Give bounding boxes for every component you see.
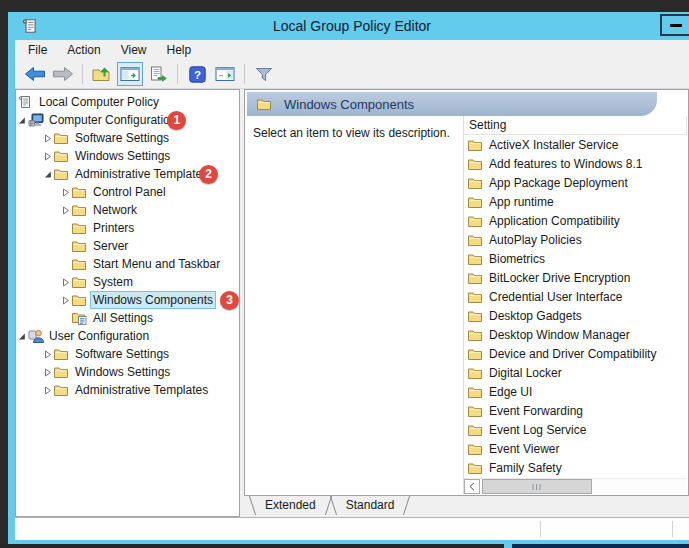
expander-collapsed-icon[interactable] [60,296,72,305]
tree-item-label[interactable]: Software Settings [72,345,172,363]
menu-item-help[interactable]: Help [157,41,202,59]
scrollbar-thumb[interactable] [482,479,592,494]
tree-item-user-configuration[interactable]: User Configuration [16,327,239,345]
tab-standard[interactable]: Standard [331,496,410,515]
expander-expanded-icon[interactable] [16,116,28,125]
expander-collapsed-icon[interactable] [42,350,54,359]
up-one-level-button[interactable] [89,62,115,86]
setting-item-activex-installer-service[interactable]: ActiveX Installer Service [464,135,687,154]
setting-item-event-log-service[interactable]: Event Log Service [464,420,687,439]
tree-item-label[interactable]: Server [90,237,131,255]
show-action-pane-button[interactable] [212,62,238,86]
tree-item-administrative-templates[interactable]: Administrative Templates [16,381,239,399]
setting-item-label: AutoPlay Policies [489,233,582,247]
show-console-tree-button[interactable] [117,62,143,86]
setting-item-biometrics[interactable]: Biometrics [464,249,687,268]
details-pane: Windows Components Select an item to vie… [244,89,689,496]
setting-item-desktop-gadgets[interactable]: Desktop Gadgets [464,306,687,325]
menu-item-action[interactable]: Action [57,41,110,59]
tree-item-windows-components[interactable]: Windows Components3 [16,291,239,309]
folder-icon [54,384,72,396]
expander-collapsed-icon[interactable] [60,188,72,197]
setting-item-device-and-driver-compatibility[interactable]: Device and Driver Compatibility [464,344,687,363]
tree-item-label[interactable]: Network [90,201,140,219]
tree-item-label[interactable]: User Configuration [46,327,152,345]
scroll-left-button[interactable] [464,479,480,494]
tree-item-server[interactable]: Server [16,237,239,255]
expander-collapsed-icon[interactable] [42,134,54,143]
tree-item-local-computer-policy[interactable]: Local Computer Policy [16,93,239,111]
folder-icon [72,204,90,216]
filter-button[interactable] [251,62,277,86]
tree-item-all-settings[interactable]: All Settings [16,309,239,327]
setting-item-label: App Package Deployment [489,176,628,190]
setting-item-bitlocker-drive-encryption[interactable]: BitLocker Drive Encryption [464,268,687,287]
expander-collapsed-icon[interactable] [42,386,54,395]
help-button[interactable]: ? [184,62,210,86]
horizontal-scrollbar[interactable] [464,478,687,494]
tree-item-label[interactable]: Windows Settings [72,147,173,165]
setting-item-event-forwarding[interactable]: Event Forwarding [464,401,687,420]
tree-item-label[interactable]: Administrative Templates [72,381,211,399]
folder-icon [468,158,483,170]
setting-item-application-compatibility[interactable]: Application Compatibility [464,211,687,230]
tree-item-label[interactable]: Control Panel [90,183,169,201]
settings-column-header[interactable]: Setting [464,116,687,135]
tree-item-network[interactable]: Network [16,201,239,219]
export-list-button[interactable] [145,62,171,86]
setting-item-digital-locker[interactable]: Digital Locker [464,363,687,382]
setting-item-app-runtime[interactable]: App runtime [464,192,687,211]
setting-item-add-features-to-windows-8-1[interactable]: Add features to Windows 8.1 [464,154,687,173]
tree-item-windows-settings[interactable]: Windows Settings [16,363,239,381]
menu-item-file[interactable]: File [18,41,57,59]
tree-item-label[interactable]: Administrative Templates [72,165,211,183]
folder-icon [468,196,483,208]
minimize-button[interactable] [660,14,689,36]
tree-item-label[interactable]: Start Menu and Taskbar [90,255,223,273]
tree-item-label[interactable]: Local Computer Policy [36,93,162,111]
forward-button[interactable] [50,62,76,86]
setting-item-family-safety[interactable]: Family Safety [464,458,687,477]
tree-item-windows-settings[interactable]: Windows Settings [16,147,239,165]
folder-icon [257,98,271,110]
tree-item-label[interactable]: Computer Configuration [46,111,179,129]
menu-item-view[interactable]: View [111,41,157,59]
tree-item-label[interactable]: Windows Settings [72,363,173,381]
tree-item-label[interactable]: System [90,273,136,291]
setting-item-credential-user-interface[interactable]: Credential User Interface [464,287,687,306]
expander-expanded-icon[interactable] [16,332,28,341]
setting-item-label: Desktop Window Manager [489,328,630,342]
tree-item-label[interactable]: Software Settings [72,129,172,147]
expander-expanded-icon[interactable] [42,170,54,179]
tree-item-software-settings[interactable]: Software Settings [16,345,239,363]
setting-item-app-package-deployment[interactable]: App Package Deployment [464,173,687,192]
all-settings-icon [72,312,90,325]
expander-collapsed-icon[interactable] [60,206,72,215]
tab-extended[interactable]: Extended [250,496,331,515]
tree-item-control-panel[interactable]: Control Panel [16,183,239,201]
back-button[interactable] [22,62,48,86]
folder-icon [468,348,483,360]
expander-collapsed-icon[interactable] [42,368,54,377]
setting-item-event-viewer[interactable]: Event Viewer [464,439,687,458]
folder-icon [468,462,483,474]
setting-item-label: Event Viewer [489,442,559,456]
tree-item-label[interactable]: All Settings [90,309,156,327]
folder-icon [468,310,483,322]
tree-item-software-settings[interactable]: Software Settings [16,129,239,147]
annotation-badge-2: 2 [199,165,218,184]
setting-item-desktop-window-manager[interactable]: Desktop Window Manager [464,325,687,344]
policy-icon [18,95,36,109]
expander-collapsed-icon[interactable] [60,278,72,287]
tree-item-administrative-templates[interactable]: Administrative Templates2 [16,165,239,183]
setting-item-autoplay-policies[interactable]: AutoPlay Policies [464,230,687,249]
folder-icon [54,168,72,180]
tree-item-label[interactable]: Windows Components [90,291,216,309]
tree-item-system[interactable]: System [16,273,239,291]
setting-item-edge-ui[interactable]: Edge UI [464,382,687,401]
tree-item-printers[interactable]: Printers [16,219,239,237]
expander-collapsed-icon[interactable] [42,152,54,161]
tree-item-label[interactable]: Printers [90,219,137,237]
tree-item-start-menu-and-taskbar[interactable]: Start Menu and Taskbar [16,255,239,273]
tree-item-computer-configuration[interactable]: Computer Configuration1 [16,111,239,129]
